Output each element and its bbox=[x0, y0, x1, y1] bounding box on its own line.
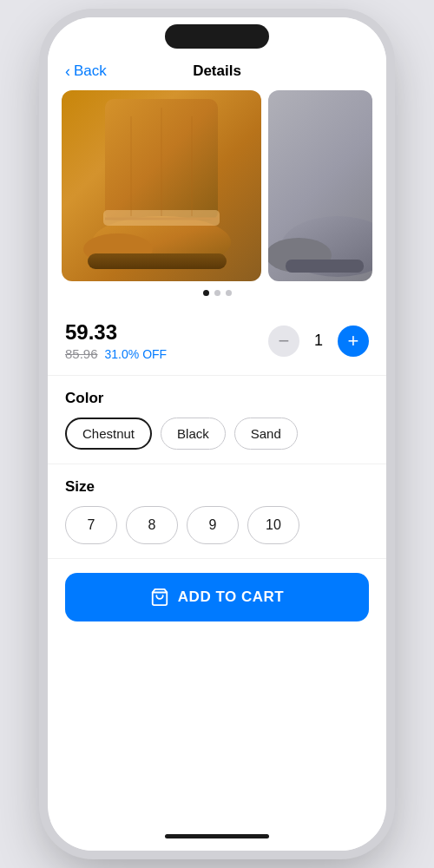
price-section: 59.33 85.96 31.0% OFF − 1 + bbox=[48, 310, 386, 376]
quantity-value: 1 bbox=[312, 332, 326, 350]
product-image-main bbox=[62, 90, 261, 281]
size-options: 7 8 9 10 bbox=[65, 506, 369, 544]
current-price: 59.33 bbox=[65, 320, 167, 345]
page-title: Details bbox=[193, 62, 241, 80]
svg-rect-11 bbox=[286, 260, 364, 273]
color-options: Chestnut Black Sand bbox=[65, 418, 369, 450]
size-option-10[interactable]: 10 bbox=[247, 506, 299, 544]
notch-pill bbox=[165, 24, 269, 49]
dot-1[interactable] bbox=[203, 290, 209, 296]
color-section: Color Chestnut Black Sand bbox=[48, 376, 386, 464]
carousel-images bbox=[48, 90, 386, 281]
svg-rect-3 bbox=[88, 253, 227, 269]
content-area: 59.33 85.96 31.0% OFF − 1 + Color Chestn… bbox=[48, 90, 386, 821]
carousel-dots bbox=[48, 281, 386, 301]
size-option-7[interactable]: 7 bbox=[65, 506, 117, 544]
size-section: Size 7 8 9 10 bbox=[48, 464, 386, 559]
size-section-title: Size bbox=[65, 478, 369, 496]
phone-frame: ‹ Back Details bbox=[48, 17, 386, 851]
quantity-increase-button[interactable]: + bbox=[338, 326, 369, 357]
home-indicator bbox=[48, 821, 386, 851]
original-price: 85.96 bbox=[65, 346, 98, 361]
product-image-secondary bbox=[268, 90, 372, 281]
discount-badge: 31.0% OFF bbox=[105, 347, 168, 361]
header: ‹ Back Details bbox=[48, 56, 386, 90]
back-label: Back bbox=[74, 62, 107, 80]
original-price-row: 85.96 31.0% OFF bbox=[65, 346, 167, 361]
add-to-cart-button[interactable]: ADD TO CART bbox=[65, 573, 369, 621]
color-section-title: Color bbox=[65, 390, 369, 407]
price-info: 59.33 85.96 31.0% OFF bbox=[65, 320, 167, 361]
add-to-cart-label: ADD TO CART bbox=[178, 589, 284, 606]
dot-3[interactable] bbox=[226, 290, 232, 296]
size-option-9[interactable]: 9 bbox=[187, 506, 239, 544]
size-option-8[interactable]: 8 bbox=[126, 506, 178, 544]
color-option-chestnut[interactable]: Chestnut bbox=[65, 418, 152, 450]
home-bar bbox=[165, 834, 269, 838]
quantity-decrease-button[interactable]: − bbox=[268, 326, 299, 357]
cart-icon bbox=[150, 588, 169, 607]
phone-notch bbox=[48, 17, 386, 56]
color-option-black[interactable]: Black bbox=[161, 418, 226, 450]
back-chevron-icon: ‹ bbox=[65, 62, 70, 81]
image-carousel bbox=[48, 90, 386, 310]
cart-section: ADD TO CART bbox=[48, 559, 386, 639]
quantity-control: − 1 + bbox=[268, 326, 369, 357]
color-option-sand[interactable]: Sand bbox=[234, 418, 298, 450]
dot-2[interactable] bbox=[214, 290, 220, 296]
back-button[interactable]: ‹ Back bbox=[65, 62, 107, 81]
